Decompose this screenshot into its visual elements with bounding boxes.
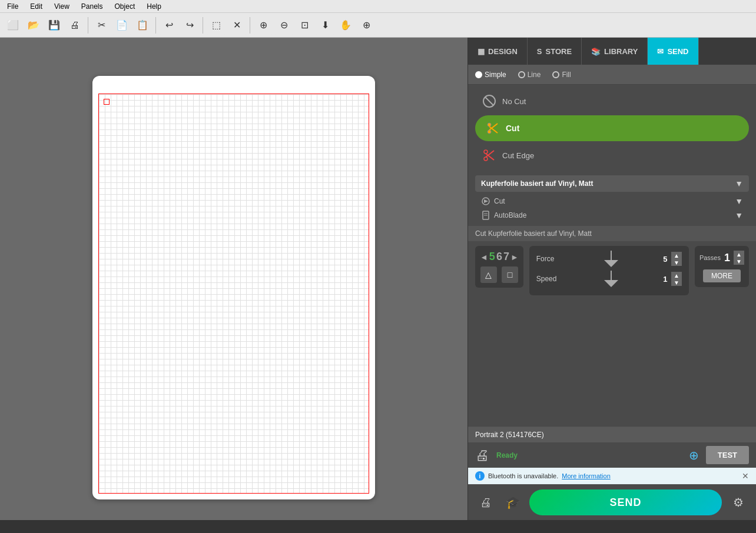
material-row[interactable]: Kupferfolie basiert auf Vinyl, Matt ▼ [475,175,749,192]
blade-type-label: Cut [481,196,505,206]
tab-library[interactable]: 📚 LIBRARY [582,38,648,65]
force-down-button[interactable]: ▼ [671,259,682,266]
paste-button[interactable]: 📋 [133,16,152,35]
tab-send[interactable]: ✉ SEND [648,38,698,65]
blade-selector: ◄ 5 6 7 ► △ □ [475,246,523,288]
sub-tab-fill[interactable]: Fill [552,71,571,79]
passes-down-button[interactable]: ▼ [734,258,744,265]
add-button[interactable]: ⊕ [357,16,376,35]
fit-button[interactable]: ⊡ [295,16,314,35]
menu-bar: File Edit View Panels Object Help [0,0,756,13]
blade-type-text: Cut [494,197,505,205]
new-button[interactable]: ⬜ [4,16,22,35]
toolbar-sep-3 [203,17,203,34]
open-button[interactable]: 📂 [24,16,43,35]
cut-option-no-cut[interactable]: No Cut [475,89,749,113]
svg-point-7 [484,150,488,154]
send-bottom-bar: 🖨 🎓 SEND ⚙ [468,484,756,520]
bluetooth-close-button[interactable]: ✕ [742,471,749,481]
menu-panels[interactable]: Panels [79,1,105,12]
sub-tab-simple[interactable]: Simple [475,71,506,79]
menu-help[interactable]: Help [144,1,164,12]
test-button[interactable]: TEST [706,446,749,464]
force-up-button[interactable]: ▲ [671,252,682,259]
cut-option-cut[interactable]: Cut [475,115,749,141]
blade-type-arrow: ▼ [735,196,743,206]
force-label: Force [536,255,563,263]
tab-bar: ▦ DESIGN S STORE 📚 LIBRARY ✉ SEND [468,38,756,65]
save-button[interactable]: 💾 [45,16,64,35]
panel-content: Simple Line Fill [468,65,756,427]
tab-design[interactable]: ▦ DESIGN [468,38,528,65]
library-label: LIBRARY [604,47,638,56]
pan-button[interactable]: ✋ [336,16,355,35]
machine-name-bar: Portrait 2 (514176CE) [468,427,756,442]
tab-store[interactable]: S STORE [528,38,582,65]
menu-view[interactable]: View [52,1,72,12]
cut-settings-header: Cut Kupferfolie basiert auf Vinyl, Matt [468,226,756,241]
blade-left-arrow[interactable]: ◄ [480,252,488,262]
menu-file[interactable]: File [5,1,21,12]
blade-triangle-icon[interactable]: △ [480,266,497,283]
passes-spinner: ▲ ▼ [734,251,744,265]
cut-label: Cut [506,124,519,133]
force-slider-area [563,251,659,267]
line-label: Line [528,71,541,79]
mat-container [92,76,375,499]
sub-tabs: Simple Line Fill [468,65,756,85]
menu-object[interactable]: Object [112,1,138,12]
settings-icon-btn[interactable]: ⚙ [728,492,749,513]
cut-icon [485,120,501,136]
menu-edit[interactable]: Edit [28,1,45,12]
force-speed-section: Force 5 ▲ ▼ [529,246,689,295]
move-down-button[interactable]: ⬇ [316,16,334,35]
toolbar-sep-2 [155,17,156,34]
sub-tab-line[interactable]: Line [518,71,541,79]
machine-move-icon[interactable]: ⊕ [689,448,699,462]
blade-square-icon[interactable]: □ [502,266,518,283]
toolbar: ⬜ 📂 💾 🖨 ✂ 📄 📋 ↩ ↪ ⬚ ✕ ⊕ ⊖ ⊡ ⬇ ✋ ⊕ [0,13,756,38]
send-main-button[interactable]: SEND [529,489,722,515]
mat-grid [98,94,369,494]
cut-controls: ◄ 5 6 7 ► △ □ Force [468,241,756,300]
copy-button[interactable]: 📄 [112,16,131,35]
machine-status-row: 🖨 Ready ⊕ TEST [468,442,756,468]
machine-printer-icon: 🖨 [475,447,489,464]
more-button[interactable]: MORE [703,269,741,282]
fill-label: Fill [562,71,571,79]
toolbar-sep-4 [250,17,250,34]
bluetooth-info-icon: i [475,471,485,481]
cut-options: No Cut Cut [468,85,756,172]
select-button[interactable]: ⬚ [207,16,226,35]
undo-button[interactable]: ↩ [160,16,178,35]
bluetooth-more-link[interactable]: More information [562,472,611,479]
no-cut-icon [481,93,498,109]
cut-tool-button[interactable]: ✂ [92,16,111,35]
blade-setting-row: AutoBlade ▼ [475,208,749,222]
print-button[interactable]: 🖨 [65,16,84,35]
passes-value: 1 [724,252,730,264]
cut-option-cut-edge[interactable]: Cut Edge [475,144,749,167]
svg-line-1 [485,97,493,105]
speed-label: Speed [536,275,563,283]
line-radio [518,71,525,78]
speed-up-button[interactable]: ▲ [671,272,682,279]
cut-section-label: Cut Kupferfolie basiert auf Vinyl, Matt [475,229,592,238]
bottom-printer-icon-btn[interactable]: 🖨 [475,492,496,513]
zoom-in-button[interactable]: ⊕ [254,16,273,35]
blade-display: ◄ 5 6 7 ► [480,251,519,263]
zoom-out-button[interactable]: ⊖ [274,16,293,35]
speed-down-button[interactable]: ▼ [671,279,682,286]
store-label: STORE [546,47,572,56]
blade-setting-text: AutoBlade [494,211,526,219]
blade-right-arrow[interactable]: ► [510,252,519,262]
force-value: 5 [659,255,671,264]
bottom-learn-icon-btn[interactable]: 🎓 [502,492,523,513]
redo-button[interactable]: ↪ [180,16,199,35]
deselect-button[interactable]: ✕ [227,16,246,35]
send-tab-icon: ✉ [657,47,664,56]
passes-up-button[interactable]: ▲ [734,251,744,258]
blade-setting-arrow: ▼ [735,211,743,220]
fill-radio [552,71,559,78]
design-label: DESIGN [488,47,518,56]
